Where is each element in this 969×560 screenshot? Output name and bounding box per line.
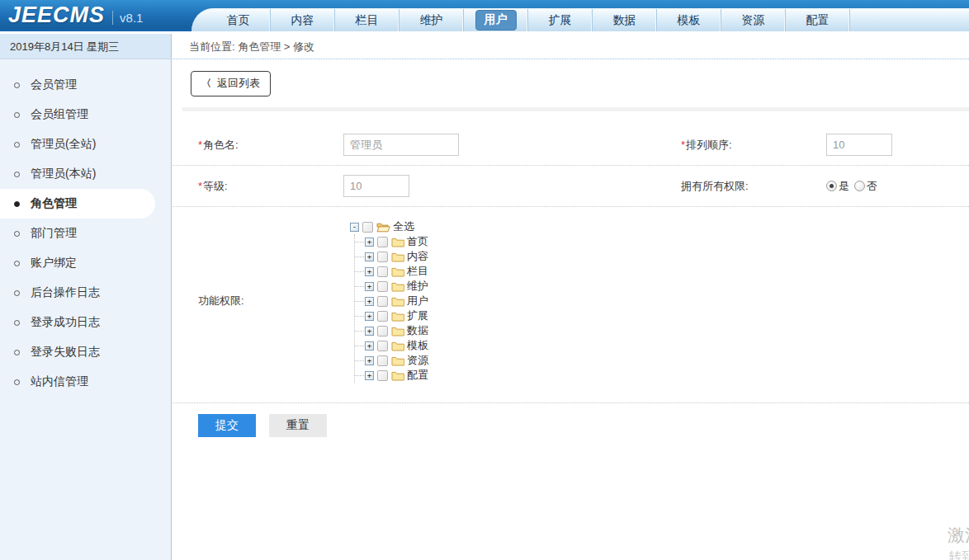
all-permissions-label: 拥有所有权限: — [681, 179, 826, 194]
radio-yes[interactable] — [826, 181, 837, 191]
folder-open-icon — [376, 222, 390, 233]
header: JEECMS v8.1 首页 内容 栏目 维护 用户 扩展 数据 模板 资源 配… — [0, 0, 969, 31]
chevron-left-icon: 〈 — [201, 77, 211, 91]
sidebar-item-account-binding[interactable]: 账户绑定 — [0, 248, 171, 278]
nav-tab-template[interactable]: 模板 — [657, 9, 721, 31]
sidebar-item-login-fail-log[interactable]: 登录失败日志 — [0, 337, 171, 367]
nav-tab-maintain[interactable]: 维护 — [399, 9, 464, 31]
bullet-icon — [14, 142, 20, 148]
expand-icon[interactable]: + — [365, 252, 374, 261]
all-permissions-radio-group: 是 否 — [826, 179, 969, 194]
tree-label-data[interactable]: 数据 — [407, 323, 428, 338]
checkbox-template[interactable] — [377, 341, 388, 351]
nav-tab-category[interactable]: 栏目 — [335, 9, 399, 31]
form-row-function-permissions: 功能权限: - 全选 +首页 +内容 +栏目 — [173, 207, 969, 403]
tree-node-data: +数据 — [365, 323, 681, 338]
sidebar-item-member-management[interactable]: 会员管理 — [0, 70, 171, 100]
expand-icon[interactable]: + — [365, 282, 374, 291]
tree-label-home[interactable]: 首页 — [407, 234, 428, 249]
radio-no[interactable] — [854, 181, 865, 191]
tree-label-resource[interactable]: 资源 — [407, 353, 428, 368]
version-label: v8.1 — [112, 11, 143, 25]
checkbox-content[interactable] — [377, 252, 388, 262]
sidebar-item-login-success-log[interactable]: 登录成功日志 — [0, 308, 171, 337]
checkbox-maintain[interactable] — [377, 281, 388, 292]
bullet-icon — [14, 112, 20, 118]
checkbox-user[interactable] — [377, 296, 388, 307]
required-asterisk: * — [681, 139, 685, 151]
role-edit-form: *角色名: *排列顺序: *等级: 拥有所有权限: — [173, 125, 969, 437]
tree-node-select-all: - 全选 — [350, 219, 681, 234]
sidebar: 2019年8月14日 星期三 会员管理 会员组管理 管理员(全站) 管理员(本站… — [0, 34, 172, 560]
bullet-icon — [14, 350, 20, 355]
submit-button[interactable]: 提交 — [198, 414, 256, 437]
folder-icon — [391, 370, 404, 381]
breadcrumb: 当前位置: 角色管理 > 修改 — [173, 34, 969, 59]
folder-icon — [391, 266, 404, 277]
nav-tab-data[interactable]: 数据 — [593, 9, 657, 31]
bullet-icon — [14, 290, 20, 296]
form-row-role-name: *角色名: *排列顺序: — [173, 125, 969, 166]
radio-no-label[interactable]: 否 — [867, 179, 877, 194]
checkbox-resource[interactable] — [377, 355, 388, 366]
sidebar-item-admin-global[interactable]: 管理员(全站) — [0, 129, 171, 159]
expand-icon[interactable]: + — [365, 341, 374, 351]
nav-tab-content[interactable]: 内容 — [271, 9, 335, 31]
sidebar-menu: 会员管理 会员组管理 管理员(全站) 管理员(本站) 角色管理 部门管理 账户绑… — [0, 59, 171, 397]
tree-label-maintain[interactable]: 维护 — [407, 279, 428, 294]
date-display: 2019年8月14日 星期三 — [0, 34, 171, 59]
role-name-input[interactable] — [343, 134, 459, 156]
tree-label-config[interactable]: 配置 — [407, 368, 428, 383]
expand-icon[interactable]: + — [365, 238, 374, 247]
sidebar-item-role-management[interactable]: 角色管理 — [0, 189, 155, 219]
nav-tab-home[interactable]: 首页 — [206, 9, 271, 31]
checkbox-category[interactable] — [377, 266, 388, 277]
expand-icon[interactable]: + — [365, 371, 374, 380]
tree-node-template: +模板 — [365, 338, 681, 353]
role-name-label: *角色名: — [173, 138, 343, 153]
sidebar-item-department-management[interactable]: 部门管理 — [0, 219, 171, 248]
required-asterisk: * — [198, 139, 202, 151]
tree-node-extend: +扩展 — [365, 308, 681, 323]
tree-children: +首页 +内容 +栏目 +维护 +用户 +扩展 +数据 +模板 +资源 +配置 — [354, 234, 681, 383]
expand-icon[interactable]: + — [365, 267, 374, 276]
section-divider — [182, 107, 969, 111]
tree-label-select-all[interactable]: 全选 — [393, 219, 414, 234]
tree-label-category[interactable]: 栏目 — [407, 264, 428, 279]
checkbox-home[interactable] — [377, 237, 388, 247]
checkbox-data[interactable] — [377, 326, 388, 336]
reset-button[interactable]: 重置 — [269, 414, 327, 437]
expand-icon[interactable]: + — [365, 356, 374, 365]
bullet-icon — [14, 82, 20, 88]
tree-label-user[interactable]: 用户 — [407, 294, 428, 308]
tree-label-content[interactable]: 内容 — [407, 249, 428, 264]
checkbox-config[interactable] — [377, 370, 388, 381]
level-input[interactable] — [343, 175, 409, 197]
nav-tab-user[interactable]: 用户 — [464, 9, 528, 31]
sidebar-item-site-message-management[interactable]: 站内信管理 — [0, 367, 171, 397]
tree-label-extend[interactable]: 扩展 — [407, 308, 428, 323]
sort-order-input[interactable] — [826, 134, 892, 156]
folder-icon — [391, 341, 404, 351]
radio-yes-label[interactable]: 是 — [839, 179, 849, 194]
sidebar-item-admin-site[interactable]: 管理员(本站) — [0, 159, 171, 189]
collapse-icon[interactable]: - — [350, 223, 359, 232]
sidebar-item-admin-operation-log[interactable]: 后台操作日志 — [0, 278, 171, 308]
expand-icon[interactable]: + — [365, 312, 374, 321]
folder-icon — [391, 252, 404, 262]
nav-tab-resource[interactable]: 资源 — [721, 9, 786, 31]
expand-icon[interactable]: + — [365, 327, 374, 336]
back-to-list-button[interactable]: 〈 返回列表 — [191, 71, 271, 96]
windows-activation-watermark: 激活 Windows 转到 — [948, 525, 969, 560]
sidebar-item-member-group-management[interactable]: 会员组管理 — [0, 100, 171, 129]
bullet-icon — [14, 261, 20, 266]
expand-icon[interactable]: + — [365, 297, 374, 306]
folder-icon — [391, 326, 404, 336]
tree-label-template[interactable]: 模板 — [407, 338, 428, 353]
folder-icon — [391, 281, 404, 292]
nav-tab-extend[interactable]: 扩展 — [528, 9, 593, 31]
nav-tab-config[interactable]: 配置 — [786, 9, 850, 31]
checkbox-extend[interactable] — [377, 311, 388, 322]
checkbox-select-all[interactable] — [362, 222, 373, 233]
logo-area: JEECMS v8.1 — [8, 2, 143, 28]
